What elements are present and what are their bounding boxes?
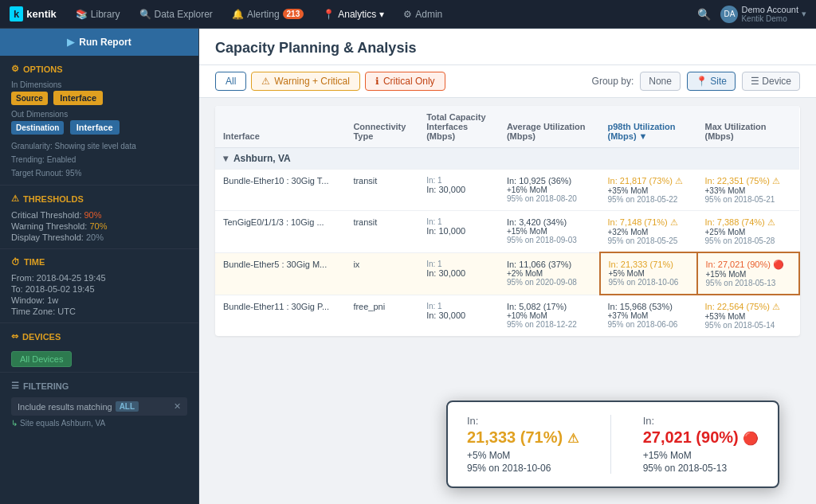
tooltip-popup: In: 21,333 (71%) ⚠ +5% MoM 95% on 2018-1…: [446, 400, 779, 488]
analytics-dropdown-arrow: ▾: [379, 9, 384, 20]
options-section: ⚙ Options In Dimensions Source Interface…: [0, 56, 198, 186]
main-layout: ▶ Run Report ⚙ Options In Dimensions Sou…: [0, 29, 816, 504]
filter-bar: All ⚠ Warning + Critical ℹ Critical Only…: [199, 65, 816, 98]
nav-data-explorer[interactable]: 🔍 Data Explorer: [133, 6, 219, 23]
filter-warning-critical-button[interactable]: ⚠ Warning + Critical: [251, 72, 360, 91]
alerting-badge: 213: [283, 9, 304, 19]
nav-admin[interactable]: ⚙ Admin: [397, 6, 449, 23]
cell-interface-2: TenGigE0/1/1/3 : 10Gig ...: [215, 211, 345, 253]
cell-p98-3-highlighted: In: 21,333 (71%) +5% MoM 95% on 2018-10-…: [600, 252, 697, 295]
filter-all-badge: ALL: [116, 401, 139, 412]
main-content: Capacity Planning & Analysis All ⚠ Warni…: [199, 29, 816, 504]
warning-filter-icon: ⚠: [261, 76, 270, 87]
out-dim-tag[interactable]: Destination Interface: [11, 122, 187, 133]
warn-icon: ⚠: [670, 217, 678, 227]
nav-analytics[interactable]: 📍 Analytics ▾: [316, 6, 390, 23]
cell-p98-1: In: 21,817 (73%)⚠ +35% MoM 95% on 2018-0…: [600, 170, 697, 211]
data-explorer-icon: 🔍: [139, 9, 151, 20]
cell-max-1: In: 22,351 (75%)⚠ +33% MoM 95% on 2018-0…: [697, 170, 799, 211]
cell-p98-4: In: 15,968 (53%) +37% MoM 95% on 2018-06…: [600, 295, 697, 336]
critical-filter-icon: ℹ: [375, 76, 379, 87]
filtering-section: ☰ Filtering Include results matching ALL…: [0, 373, 198, 434]
col-header-p98-util[interactable]: p98th Utilization(Mbps) ▼: [600, 106, 697, 148]
cell-total-cap-2: In: 1 In: 10,000: [418, 211, 499, 253]
nav-library[interactable]: 📚 Library: [69, 6, 127, 23]
time-to: To: 2018-05-02 19:45: [11, 284, 187, 294]
in-dim-tag[interactable]: Source Interface: [11, 92, 187, 104]
search-icon[interactable]: 🔍: [697, 8, 711, 21]
user-menu[interactable]: DA Demo Account Kentik Demo ▾: [720, 5, 806, 23]
top-navigation: k kentik 📚 Library 🔍 Data Explorer 🔔 Ale…: [0, 0, 816, 29]
out-dim-value: Interface: [70, 120, 120, 135]
gear-icon: ⚙: [11, 64, 19, 74]
tooltip-warn-icon: ⚠: [567, 432, 579, 445]
device-icon: ☰: [751, 76, 759, 87]
crit-icon: 🔴: [773, 260, 784, 269]
user-dropdown-icon: ▾: [802, 9, 806, 19]
user-sub: Kentik Demo: [741, 14, 798, 23]
in-dim-prefix-badge: Source: [11, 92, 48, 105]
all-devices-tag[interactable]: All Devices: [11, 351, 72, 367]
cell-conn-type-2: transit: [345, 211, 418, 253]
time-title: ⏱ Time: [11, 257, 187, 267]
group-by-site[interactable]: 📍 Site: [687, 72, 736, 91]
out-dimensions-label: Out Dimensions: [11, 110, 187, 119]
tooltip-col2-date: 95% on 2018-05-13: [643, 463, 759, 474]
col-header-connectivity: ConnectivityType: [345, 106, 418, 148]
group-collapse-icon[interactable]: ▾: [223, 153, 228, 164]
granularity-text: Granularity: Showing site level data: [11, 139, 187, 153]
table-container: Interface ConnectivityType Total Capacit…: [199, 98, 816, 344]
cell-total-cap-4: In: 1 In: 30,000: [418, 295, 499, 336]
nav-right-section: 🔍 DA Demo Account Kentik Demo ▾: [697, 5, 806, 23]
cell-avg-1: In: 10,925 (36%) +16% MoM 95% on 2018-08…: [499, 170, 600, 211]
out-dim-prefix-badge: Destination: [11, 121, 64, 135]
tooltip-col1-mom: +5% MoM: [467, 450, 579, 461]
cell-conn-type-1: transit: [345, 170, 418, 211]
options-title: ⚙ Options: [11, 64, 187, 74]
tooltip-col1: In: 21,333 (71%) ⚠ +5% MoM 95% on 2018-1…: [467, 415, 579, 474]
cell-conn-type-4: free_pni: [345, 295, 418, 336]
cell-max-3-highlighted: In: 27,021 (90%)🔴 +15% MoM 95% on 2018-0…: [697, 252, 799, 295]
tooltip-col2-value: 27,021 (90%): [643, 428, 739, 446]
group-by-none[interactable]: None: [640, 72, 681, 91]
warn-icon: ⚠: [767, 217, 775, 227]
user-details: Demo Account Kentik Demo: [741, 5, 798, 23]
group-header-ashburn: ▾ Ashburn, VA: [215, 148, 799, 170]
table-header-row: Interface ConnectivityType Total Capacit…: [215, 106, 799, 148]
play-icon: ▶: [67, 37, 74, 48]
display-threshold: Display Threshold: 20%: [11, 232, 187, 242]
critical-threshold: Critical Threshold: 90%: [11, 210, 187, 220]
cell-interface-3: Bundle-Ether5 : 30Gig M...: [215, 252, 345, 295]
devices-icon: ⇔: [11, 331, 18, 342]
time-section: ⏱ Time From: 2018-04-25 19:45 To: 2018-0…: [0, 249, 198, 323]
group-by-device[interactable]: ☰ Device: [742, 72, 800, 91]
col-header-max-util: Max Utilization(Mbps): [697, 106, 799, 148]
filter-icon: ☰: [11, 381, 19, 391]
analytics-icon: 📍: [323, 9, 335, 20]
in-dim-value: Interface: [53, 91, 103, 105]
filter-critical-only-button[interactable]: ℹ Critical Only: [365, 72, 445, 91]
filter-close-button[interactable]: ✕: [174, 401, 181, 412]
trending-text: Trending: Enabled: [11, 153, 187, 166]
tooltip-col1-value: 21,333 (71%): [467, 428, 563, 446]
alerting-icon: 🔔: [232, 9, 244, 20]
col-header-avg-util: Average Utilization(Mbps): [499, 106, 600, 148]
table-row: Bundle-Ether11 : 30Gig P... free_pni In:…: [215, 295, 799, 336]
in-dimensions-label: In Dimensions: [11, 80, 187, 89]
col-header-total-cap: Total CapacityInterfaces(Mbps): [418, 106, 499, 148]
col-header-interface: Interface: [215, 106, 345, 148]
tooltip-crit-icon: 🔴: [743, 432, 759, 445]
tooltip-col1-label: In:: [467, 415, 579, 427]
cell-interface-4: Bundle-Ether11 : 30Gig P...: [215, 295, 345, 336]
group-by-control: Group by: None 📍 Site ☰ Device: [592, 72, 800, 91]
target-runout-text: Target Runout: 95%: [11, 166, 187, 180]
run-report-button[interactable]: ▶ Run Report: [0, 29, 198, 56]
sidebar: ▶ Run Report ⚙ Options In Dimensions Sou…: [0, 29, 199, 504]
filter-row: Include results matching ALL ✕: [11, 397, 187, 416]
page-title: Capacity Planning & Analysis: [215, 40, 800, 57]
filter-all-button[interactable]: All: [215, 72, 246, 91]
nav-alerting[interactable]: 🔔 Alerting 213: [226, 6, 310, 23]
table-row: TenGigE0/1/1/3 : 10Gig ... transit In: 1…: [215, 211, 799, 253]
table-row: Bundle-Ether10 : 30Gig T... transit In: …: [215, 170, 799, 211]
logo[interactable]: k kentik: [10, 6, 57, 21]
